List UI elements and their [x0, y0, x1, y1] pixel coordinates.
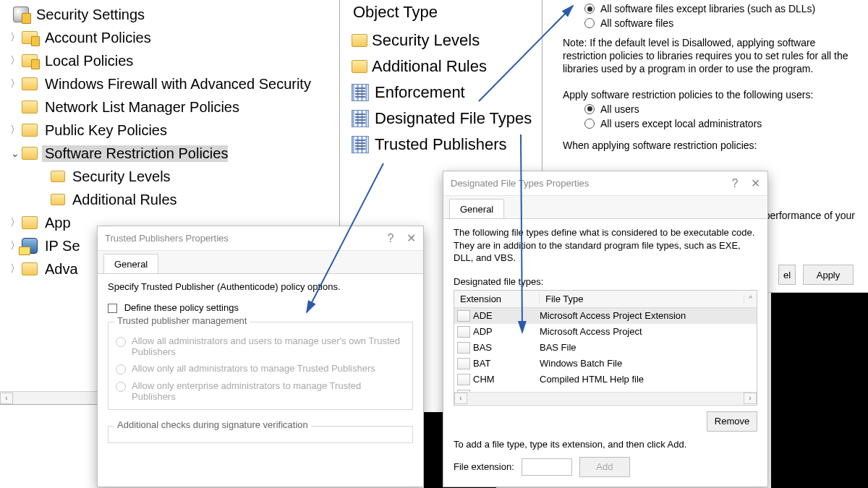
list-horizontal-scroll[interactable]: ‹ › [454, 392, 757, 405]
tree-item-additional-rules[interactable]: Additional Rules [0, 188, 339, 211]
tree-item-label: Account Policies [42, 30, 151, 46]
designated-file-types-list[interactable]: Extension File Type ^ ADE Microsoft Acce… [454, 290, 757, 406]
table-row[interactable]: CHM Compiled HTML Help file [454, 372, 757, 388]
col-extension[interactable]: Extension [454, 294, 540, 304]
apply-button[interactable]: Apply [803, 265, 854, 285]
object-item-trusted-publishers[interactable]: Trusted Publishers [347, 132, 542, 158]
radio-only-enterprise-admins: Allow only enterprise administrators to … [116, 380, 405, 402]
tab-general[interactable]: General [103, 254, 158, 273]
col-file-type[interactable]: File Type [540, 294, 744, 304]
folder-icon [22, 262, 38, 275]
trusted-publishers-dialog: Trusted Publishers Properties ? ✕ Genera… [97, 226, 424, 487]
file-extension-input[interactable] [522, 458, 572, 476]
checkbox-icon[interactable] [108, 304, 117, 313]
radio-icon [116, 337, 126, 347]
define-policy-checkbox-row[interactable]: Define these policy settings [108, 302, 413, 313]
folder-icon [352, 60, 367, 73]
chevron-right-icon[interactable]: 〉 [9, 124, 22, 137]
tab-general[interactable]: General [449, 199, 504, 218]
cancel-button[interactable]: el [778, 265, 796, 285]
dialog-title: Trusted Publishers Properties [105, 233, 229, 244]
tree-root-label: Security Settings [33, 7, 145, 23]
scroll-left-button[interactable]: ‹ [0, 393, 13, 404]
scroll-right-button[interactable]: › [744, 393, 757, 404]
folder-icon [352, 34, 367, 47]
close-icon[interactable]: ✕ [407, 232, 416, 244]
folder-icon [22, 100, 38, 114]
additional-checks-group: Additional checks during signature verif… [108, 426, 413, 443]
radio-label: All software files except libraries (suc… [600, 3, 815, 14]
radio-all-users[interactable]: All users [584, 103, 854, 115]
object-item-enforcement[interactable]: Enforcement [347, 80, 542, 106]
scroll-left-button[interactable]: ‹ [454, 393, 467, 404]
object-type-panel: Object Type Security Levels Additional R… [347, 0, 542, 174]
enforcement-note: Note: If the default level is Disallowed… [563, 36, 854, 76]
radio-except-libraries[interactable]: All software files except libraries (suc… [584, 3, 854, 14]
chevron-right-icon[interactable]: 〉 [9, 77, 22, 90]
help-icon[interactable]: ? [731, 177, 738, 189]
tp-intro: Specify Trusted Publisher (Authenticode)… [108, 281, 413, 292]
security-settings-icon [13, 7, 29, 22]
table-row[interactable]: BAS BAS File [454, 340, 757, 356]
cell-ext: BAT [473, 358, 540, 369]
file-icon [457, 310, 470, 322]
add-button[interactable]: Add [579, 457, 630, 477]
file-icon [457, 358, 470, 369]
radio-all-software[interactable]: All software files [584, 17, 854, 29]
folder-icon [22, 216, 38, 229]
help-icon[interactable]: ? [387, 232, 393, 244]
add-help-text: To add a file type, type its extension, … [454, 439, 757, 450]
radio-except-admins[interactable]: All users except local administrators [584, 118, 854, 129]
cell-ext: ADE [473, 310, 540, 321]
chevron-down-icon[interactable]: ⌄ [9, 147, 22, 159]
radio-label: Allow only all administrators to manage … [132, 363, 375, 374]
policy-icon [352, 136, 369, 153]
table-row[interactable]: ADP Microsoft Access Project [454, 324, 757, 340]
dialog-titlebar[interactable]: Designated File Types Properties ? ✕ [443, 171, 767, 196]
tree-item-account-policies[interactable]: 〉 Account Policies [0, 26, 339, 49]
radio-label: Allow only enterprise administrators to … [132, 380, 405, 402]
dialog-titlebar[interactable]: Trusted Publishers Properties ? ✕ [98, 226, 423, 251]
tree-item-public-key[interactable]: 〉 Public Key Policies [0, 119, 339, 142]
object-item-label: Designated File Types [375, 109, 532, 128]
list-header[interactable]: Extension File Type ^ [454, 291, 757, 308]
tree-root[interactable]: Security Settings [0, 3, 339, 26]
tree-item-security-levels[interactable]: Security Levels [0, 165, 339, 188]
file-icon [457, 374, 470, 385]
chevron-right-icon[interactable]: 〉 [9, 54, 22, 67]
radio-label: All users except local administrators [600, 118, 762, 129]
table-row[interactable]: BAT Windows Batch File [454, 356, 757, 372]
tab-strip: General [443, 196, 767, 219]
scroll-track[interactable] [467, 393, 744, 404]
users-label: Apply software restriction policies to t… [563, 89, 854, 100]
tree-item-windows-firewall[interactable]: 〉 Windows Firewall with Advanced Securit… [0, 72, 339, 95]
cell-ext: ADP [473, 326, 540, 337]
radio-icon [584, 4, 595, 14]
tree-item-local-policies[interactable]: 〉 Local Policies [0, 49, 339, 72]
dft-explain: The following file types define what is … [454, 226, 757, 265]
cell-type: Windows Batch File [540, 358, 757, 369]
radio-all-admin-users: Allow all administrators and users to ma… [116, 335, 405, 357]
scroll-up-icon[interactable]: ^ [744, 295, 757, 303]
close-icon[interactable]: ✕ [751, 177, 760, 189]
object-item-additional-rules[interactable]: Additional Rules [347, 53, 542, 80]
object-item-label: Additional Rules [372, 57, 487, 76]
tree-item-label: Windows Firewall with Advanced Security [42, 76, 311, 93]
file-icon [457, 342, 470, 354]
chevron-right-icon[interactable]: 〉 [9, 31, 22, 44]
cell-type: Microsoft Access Project [540, 326, 757, 337]
chevron-right-icon[interactable]: 〉 [9, 216, 22, 229]
radio-icon [584, 104, 595, 114]
checkbox-label: Define these policy settings [124, 302, 239, 313]
object-item-security-levels[interactable]: Security Levels [347, 27, 542, 53]
radio-icon [116, 364, 126, 374]
tree-item-label: Local Policies [42, 53, 133, 69]
remove-button[interactable]: Remove [707, 411, 757, 432]
table-row[interactable]: ADE Microsoft Access Project Extension [454, 308, 757, 324]
chevron-right-icon[interactable]: 〉 [9, 262, 22, 275]
tree-item-network-list[interactable]: 〉 Network List Manager Policies [0, 95, 339, 119]
object-item-designated-file-types[interactable]: Designated File Types [347, 106, 542, 132]
tree-item-software-restriction[interactable]: ⌄ Software Restriction Policies [0, 142, 339, 165]
group-title: Additional checks during signature verif… [114, 419, 311, 430]
truncated-text: performance of your [765, 210, 855, 221]
